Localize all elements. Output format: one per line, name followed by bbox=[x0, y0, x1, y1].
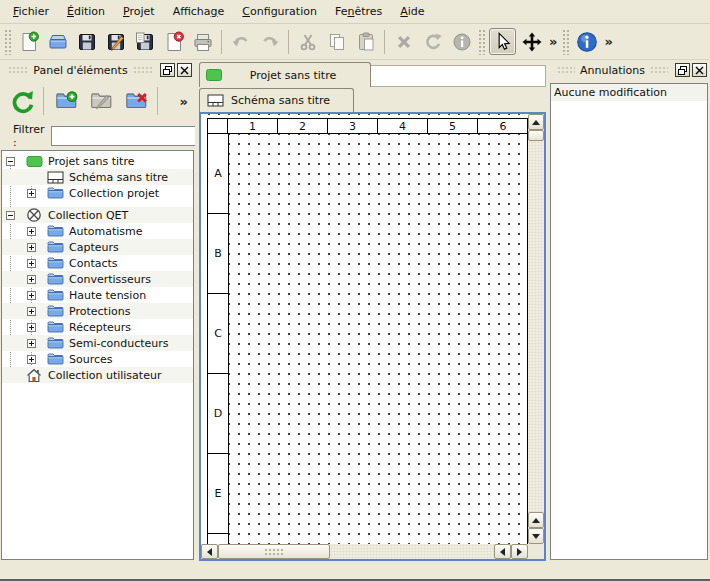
horizontal-scrollbar[interactable] bbox=[201, 544, 528, 559]
delete-button[interactable] bbox=[390, 28, 417, 55]
tree-item-semi-conducteurs[interactable]: Semi-conducteurs bbox=[2, 335, 193, 351]
save-button[interactable] bbox=[73, 28, 100, 55]
paste-button[interactable] bbox=[352, 28, 379, 55]
diagram-info-button[interactable] bbox=[448, 28, 475, 55]
scroll-up-button[interactable] bbox=[528, 114, 544, 130]
print-button[interactable] bbox=[189, 28, 216, 55]
toolbar-drag-handle[interactable] bbox=[4, 29, 11, 55]
select-mode-button[interactable] bbox=[489, 28, 516, 55]
menu-fichier[interactable]: Fichier bbox=[4, 2, 58, 21]
tree-item-haute-tension[interactable]: Haute tension bbox=[2, 287, 193, 303]
elements-panel-title: Panel d'éléments bbox=[33, 64, 127, 77]
expand-icon[interactable] bbox=[27, 355, 36, 364]
vertical-scrollbar[interactable] bbox=[528, 114, 544, 544]
expand-icon[interactable] bbox=[27, 339, 36, 348]
delete-category-button[interactable] bbox=[120, 86, 151, 117]
horizontal-scroll-track[interactable] bbox=[330, 544, 494, 559]
tree-item-collection-utilisateur[interactable]: Collection utilisateur bbox=[2, 367, 193, 383]
panel-toolbar-overflow-button[interactable]: » bbox=[177, 94, 191, 109]
scroll-left-button[interactable] bbox=[494, 544, 511, 559]
redo-button[interactable] bbox=[256, 28, 283, 55]
close-file-button[interactable] bbox=[160, 28, 187, 55]
tree-item-capteurs[interactable]: Capteurs bbox=[2, 239, 193, 255]
undo-button[interactable] bbox=[227, 28, 254, 55]
new-document-button[interactable] bbox=[15, 28, 42, 55]
scroll-left-button[interactable] bbox=[201, 544, 218, 559]
reload-collections-button[interactable] bbox=[6, 86, 37, 117]
elements-panel-titlebar[interactable]: Panel d'éléments bbox=[0, 60, 195, 80]
tree-item-label: Convertisseurs bbox=[69, 273, 151, 286]
close-panel-button[interactable] bbox=[692, 63, 707, 77]
tree-item-recepteurs[interactable]: Récepteurs bbox=[2, 319, 193, 335]
expand-icon[interactable] bbox=[27, 189, 36, 198]
expand-icon[interactable] bbox=[27, 243, 36, 252]
open-button[interactable] bbox=[44, 28, 71, 55]
tree-item-project[interactable]: Projet sans titre bbox=[2, 153, 193, 169]
undo-list-item[interactable]: Aucune modification bbox=[551, 84, 707, 101]
float-panel-button[interactable] bbox=[675, 63, 690, 77]
scrollbar-corner bbox=[528, 544, 544, 559]
tree-item-automatisme[interactable]: Automatisme bbox=[2, 223, 193, 239]
menu-edition[interactable]: Édition bbox=[58, 2, 114, 21]
schema-tab[interactable]: Schéma sans titre bbox=[199, 88, 354, 112]
scroll-down-button[interactable] bbox=[528, 528, 544, 544]
menu-aide[interactable]: Aide bbox=[391, 2, 433, 21]
folder-icon bbox=[47, 224, 64, 238]
tree-item-contacts[interactable]: Contacts bbox=[2, 255, 193, 271]
project-tab[interactable]: Projet sans titre bbox=[199, 62, 371, 87]
toolbar-separator bbox=[384, 30, 385, 54]
close-icon bbox=[180, 66, 189, 75]
expand-icon[interactable] bbox=[27, 291, 36, 300]
copy-button[interactable] bbox=[323, 28, 350, 55]
tree-item-schema[interactable]: Schéma sans titre bbox=[2, 169, 193, 185]
tree-item-sources[interactable]: Sources bbox=[2, 351, 193, 367]
about-button[interactable] bbox=[573, 28, 600, 55]
tree-item-convertisseurs[interactable]: Convertisseurs bbox=[2, 271, 193, 287]
expand-icon[interactable] bbox=[27, 323, 36, 332]
menu-fenetres[interactable]: Fenêtres bbox=[326, 2, 391, 21]
toolbar-overflow-button[interactable]: » bbox=[546, 34, 560, 49]
row-header: A B C D E bbox=[208, 134, 229, 544]
tree-item-label: Semi-conducteurs bbox=[69, 337, 169, 350]
save-as-icon bbox=[105, 31, 127, 53]
save-all-button[interactable] bbox=[131, 28, 158, 55]
edit-category-button[interactable] bbox=[85, 86, 116, 117]
vertical-scroll-track[interactable] bbox=[528, 141, 544, 512]
undo-history-list[interactable]: Aucune modification bbox=[550, 83, 708, 560]
rotate-icon bbox=[422, 31, 444, 53]
vertical-scroll-thumb[interactable] bbox=[528, 130, 544, 141]
arrow-down-icon bbox=[532, 534, 540, 539]
diagram-canvas[interactable]: 1 2 3 4 5 6 A B C D E bbox=[201, 114, 528, 544]
close-panel-button[interactable] bbox=[177, 63, 192, 77]
toolbar-drag-handle[interactable] bbox=[562, 29, 569, 55]
expand-icon[interactable] bbox=[27, 275, 36, 284]
expand-icon[interactable] bbox=[27, 227, 36, 236]
filter-input[interactable] bbox=[51, 126, 204, 146]
menu-affichage[interactable]: Affichage bbox=[164, 2, 234, 21]
menu-configuration[interactable]: Configuration bbox=[233, 2, 326, 21]
toolbar-overflow-button[interactable]: » bbox=[601, 34, 615, 49]
column-label: 1 bbox=[228, 119, 278, 133]
rotate-button[interactable] bbox=[419, 28, 446, 55]
tree-item-collection-qet[interactable]: Collection QET bbox=[2, 207, 193, 223]
horizontal-scroll-thumb[interactable] bbox=[218, 544, 330, 559]
float-panel-button[interactable] bbox=[160, 63, 175, 77]
expand-icon[interactable] bbox=[27, 259, 36, 268]
close-icon bbox=[695, 66, 704, 75]
collapse-icon[interactable] bbox=[6, 157, 15, 166]
move-mode-button[interactable] bbox=[518, 28, 545, 55]
tree-item-collection-projet[interactable]: Collection projet bbox=[2, 185, 193, 201]
scroll-right-button[interactable] bbox=[511, 544, 528, 559]
tree-item-protections[interactable]: Protections bbox=[2, 303, 193, 319]
undo-panel-titlebar[interactable]: Annulations bbox=[549, 60, 710, 80]
expand-icon[interactable] bbox=[27, 307, 36, 316]
elements-tree[interactable]: Projet sans titre Schéma sans titre Coll… bbox=[1, 150, 194, 560]
collapse-icon[interactable] bbox=[6, 211, 15, 220]
schema-tab-icon bbox=[207, 94, 224, 107]
save-as-button[interactable] bbox=[102, 28, 129, 55]
new-category-button[interactable] bbox=[50, 86, 81, 117]
cut-button[interactable] bbox=[294, 28, 321, 55]
toolbar-drag-handle[interactable] bbox=[478, 29, 485, 55]
scroll-up-button[interactable] bbox=[528, 512, 544, 528]
menu-projet[interactable]: Projet bbox=[114, 2, 164, 21]
